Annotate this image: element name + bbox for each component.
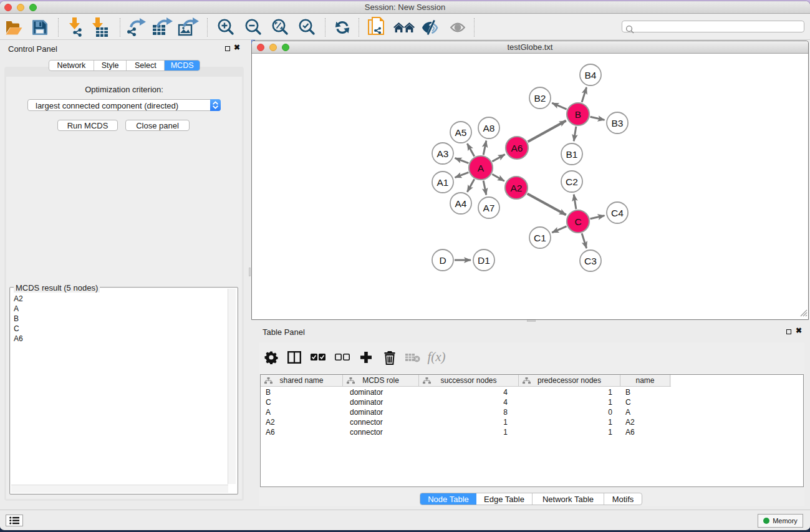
svg-text:C1: C1 xyxy=(534,233,546,243)
svg-text:B: B xyxy=(575,109,581,120)
svg-text:C2: C2 xyxy=(566,177,578,187)
svg-text:B1: B1 xyxy=(566,149,578,160)
svg-text:B2: B2 xyxy=(534,93,546,104)
svg-text:A3: A3 xyxy=(437,148,449,159)
svg-text:A6: A6 xyxy=(511,143,523,153)
svg-text:B4: B4 xyxy=(585,70,597,80)
svg-text:D1: D1 xyxy=(478,255,490,266)
svg-text:A: A xyxy=(478,163,485,173)
svg-text:D: D xyxy=(439,255,446,266)
svg-text:A7: A7 xyxy=(483,203,495,213)
svg-text:A5: A5 xyxy=(455,127,467,138)
svg-text:C3: C3 xyxy=(584,256,597,266)
svg-text:C: C xyxy=(574,216,581,227)
svg-text:C4: C4 xyxy=(611,208,624,218)
svg-text:A4: A4 xyxy=(455,198,467,209)
svg-text:A1: A1 xyxy=(437,177,449,188)
svg-text:B3: B3 xyxy=(612,118,624,128)
svg-text:A2: A2 xyxy=(511,183,523,193)
svg-text:A8: A8 xyxy=(483,123,495,133)
